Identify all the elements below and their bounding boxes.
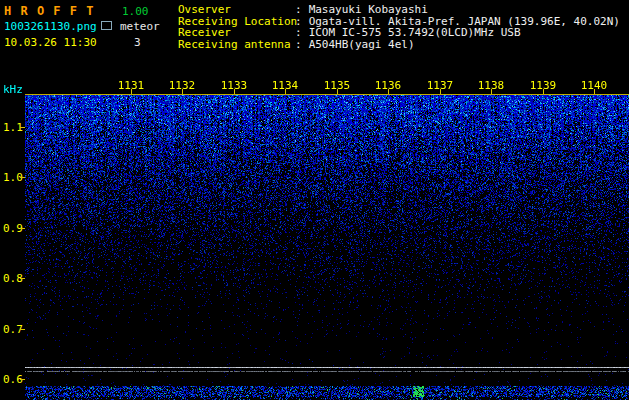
- spectrogram-canvas: [25, 95, 629, 400]
- time-tick: [594, 89, 595, 94]
- freq-tick: [20, 228, 25, 229]
- spectrogram-plot: kHz 1131 1132 1133 1134 1135 1136 1137 1…: [0, 0, 629, 400]
- freq-tick: [20, 127, 25, 128]
- freq-tick: [20, 278, 25, 279]
- time-tick: [491, 89, 492, 94]
- time-tick: [388, 89, 389, 94]
- time-tick: [285, 89, 286, 94]
- freq-tick: [20, 379, 25, 380]
- freq-tick: [20, 177, 25, 178]
- hrofft-screen: H R O F F T 1.00 1003261130.png meteor 1…: [0, 0, 629, 400]
- time-tick: [182, 89, 183, 94]
- freq-unit-label: kHz: [3, 83, 23, 96]
- time-axis-line: [25, 94, 629, 95]
- time-tick: [440, 89, 441, 94]
- time-tick: [131, 89, 132, 94]
- time-tick: [337, 89, 338, 94]
- time-tick: [234, 89, 235, 94]
- freq-tick: [20, 329, 25, 330]
- time-tick: [543, 89, 544, 94]
